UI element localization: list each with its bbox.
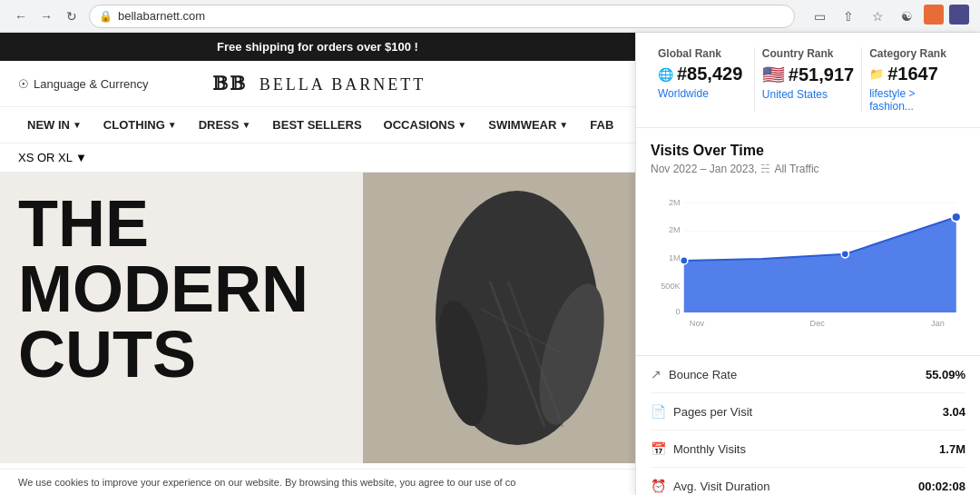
calendar-icon: 📅 <box>651 441 666 456</box>
bounce-rate-label: Bounce Rate <box>669 368 737 381</box>
svg-text:0: 0 <box>676 307 681 316</box>
pages-per-visit-row: 📄 Pages per Visit 3.04 <box>651 393 965 431</box>
bounce-rate-icon: ↗ <box>651 367 662 381</box>
nav-label-best-sellers: BEST SELLERS <box>272 118 361 132</box>
country-rank-label: Country Rank <box>762 47 854 60</box>
svg-text:Nov: Nov <box>690 319 705 328</box>
svg-point-19 <box>841 251 848 258</box>
flag-icon: 🇺🇸 <box>762 64 785 85</box>
pages-per-visit-value: 3.04 <box>943 405 965 419</box>
url-text: bellabarnett.com <box>118 9 205 23</box>
lock-icon: 🔒 <box>99 10 113 23</box>
cookie-notice: We use cookies to improve your experienc… <box>0 469 635 495</box>
visits-date-range: Nov 2022 – Jan 2023, <box>651 163 757 175</box>
address-bar[interactable]: 🔒 bellabarnett.com <box>89 5 795 28</box>
nav-refresh-button[interactable]: ↻ <box>62 6 82 26</box>
svg-text:500K: 500K <box>661 282 681 291</box>
nav-item-swimwear[interactable]: SWIMWEAR ▼ <box>479 107 577 143</box>
logo-symbol: 𝔹𝔹 <box>212 74 247 94</box>
pages-per-visit-left: 📄 Pages per Visit <box>651 404 752 419</box>
nav-item-best-sellers[interactable]: BEST SELLERS <box>263 107 370 143</box>
hero-text: THE MODERN CUTS <box>18 191 309 387</box>
country-rank-number: #51,917 <box>789 64 854 85</box>
visits-title: Visits Over Time <box>651 143 965 159</box>
nav-chevron-clothing: ▼ <box>168 120 177 130</box>
nav-chevron-dress: ▼ <box>241 120 250 130</box>
hero-line-3: CUTS <box>18 322 309 387</box>
global-rank-item: Global Rank 🌐 #85,429 Worldwide <box>651 47 755 113</box>
nav-item-dress[interactable]: DRESS ▼ <box>190 107 260 143</box>
country-rank-value: 🇺🇸 #51,917 <box>762 64 854 85</box>
chart-svg: 2M 2M 1M 500K 0 <box>651 186 965 341</box>
logo-text: BELLA BARNETT <box>260 75 426 94</box>
nav-label-clothing: CLOTHING <box>103 118 165 132</box>
folder-icon: 📁 <box>869 67 884 81</box>
avg-duration-left: ⏰ Avg. Visit Duration <box>651 479 769 493</box>
rank-section: Global Rank 🌐 #85,429 Worldwide Country … <box>636 33 980 128</box>
nav-chevron-new-in: ▼ <box>73 120 82 130</box>
language-currency-label: Language & Currency <box>34 77 148 91</box>
nav-item-clothing[interactable]: CLOTHING ▼ <box>94 107 186 143</box>
avg-duration-row: ⏰ Avg. Visit Duration 00:02:08 <box>651 468 965 495</box>
language-currency-button[interactable]: ☉ Language & Currency <box>18 77 148 91</box>
global-rank-label: Global Rank <box>658 47 747 60</box>
announcement-highlight: $100 ! <box>385 40 418 54</box>
announcement-text: Free shipping for orders over <box>217 40 385 54</box>
visits-subtitle: Nov 2022 – Jan 2023, ☵ All Traffic <box>651 163 965 175</box>
sub-nav-chevron: ▼ <box>75 151 87 164</box>
global-rank-sub[interactable]: Worldwide <box>658 87 747 100</box>
nav-label-fab: FAB <box>590 118 613 132</box>
monthly-visits-label: Monthly Visits <box>673 442 746 456</box>
extension-icon-2[interactable] <box>949 5 969 25</box>
monthly-visits-value: 1.7M <box>939 442 965 456</box>
category-rank-item: Category Rank 📁 #1647 lifestyle > fashio… <box>862 47 965 113</box>
hero-line-2: MODERN <box>18 256 309 322</box>
sub-nav-xs-xl[interactable]: XS OR XL ▼ <box>18 151 87 164</box>
nav-item-fab[interactable]: FAB <box>581 107 622 143</box>
pages-per-visit-label: Pages per Visit <box>673 405 752 419</box>
hero-image <box>363 173 635 463</box>
nav-label-dress: DRESS <box>199 118 240 132</box>
nav-forward-button[interactable]: → <box>36 6 56 26</box>
nav-item-new-in[interactable]: NEW IN ▼ <box>18 107 91 143</box>
analytics-panel: Global Rank 🌐 #85,429 Worldwide Country … <box>635 33 980 495</box>
svg-point-20 <box>952 213 961 222</box>
cookie-text: We use cookies to improve your experienc… <box>18 477 515 488</box>
avg-duration-label: Avg. Visit Duration <box>673 480 769 493</box>
category-rank-value: 📁 #1647 <box>869 64 958 84</box>
globe-icon: ☉ <box>18 77 29 91</box>
announcement-bar: Free shipping for orders over $100 ! <box>0 33 635 61</box>
site-header: ☉ Language & Currency 𝔹𝔹 BELLA BARNETT <box>0 61 635 107</box>
category-rank-label: Category Rank <box>869 47 958 60</box>
bookmark-button[interactable]: ☆ <box>866 5 889 28</box>
global-rank-number: #85,429 <box>677 64 742 84</box>
country-rank-sub[interactable]: United States <box>762 88 854 101</box>
site-logo[interactable]: 𝔹𝔹 BELLA BARNETT <box>212 72 426 95</box>
svg-text:1M: 1M <box>669 253 681 262</box>
nav-item-occasions[interactable]: OCCASIONS ▼ <box>375 107 476 143</box>
avg-duration-value: 00:02:08 <box>918 480 965 493</box>
nav-chevron-swimwear: ▼ <box>559 120 568 130</box>
share-button[interactable]: ⇧ <box>837 5 860 28</box>
monthly-visits-row: 📅 Monthly Visits 1.7M <box>651 431 965 468</box>
nav-chevron-occasions: ▼ <box>457 120 466 130</box>
global-rank-value: 🌐 #85,429 <box>658 64 747 84</box>
country-rank-item: Country Rank 🇺🇸 #51,917 United States <box>755 47 862 113</box>
extensions-button[interactable]: ☯ <box>895 5 918 28</box>
svg-text:2M: 2M <box>669 198 681 207</box>
sub-nav-label: XS OR XL <box>18 151 73 164</box>
monthly-visits-left: 📅 Monthly Visits <box>651 441 746 456</box>
nav-label-new-in: NEW IN <box>27 118 70 132</box>
clock-icon: ⏰ <box>651 479 666 493</box>
extension-icon-1[interactable] <box>924 5 944 25</box>
svg-text:2M: 2M <box>669 225 681 234</box>
category-rank-sub[interactable]: lifestyle > fashion... <box>869 87 958 113</box>
nav-back-button[interactable]: ← <box>11 6 31 26</box>
category-rank-number: #1647 <box>887 64 938 84</box>
bounce-rate-left: ↗ Bounce Rate <box>651 367 737 381</box>
hero-section: THE MODERN CUTS <box>0 173 635 463</box>
traffic-icon: ☵ <box>760 163 770 175</box>
bounce-rate-value: 55.09% <box>926 368 965 381</box>
bounce-rate-row: ↗ Bounce Rate 55.09% <box>651 356 965 393</box>
cast-button[interactable]: ▭ <box>808 5 831 28</box>
